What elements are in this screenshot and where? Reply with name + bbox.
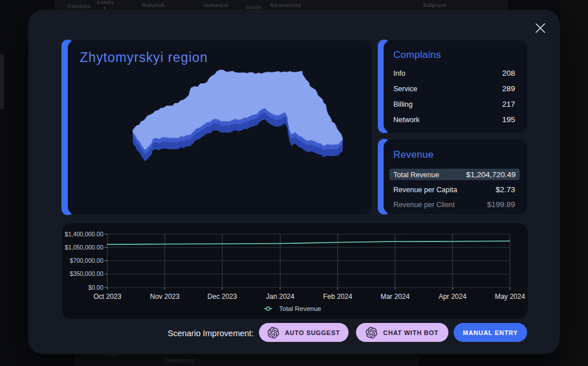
svg-text:$350,000.00: $350,000.00 <box>70 270 104 277</box>
svg-text:$1,050,000.00: $1,050,000.00 <box>65 244 103 251</box>
svg-text:Jan 2024: Jan 2024 <box>266 293 295 301</box>
svg-text:Feb 2024: Feb 2024 <box>323 293 353 301</box>
svg-text:Oct 2023: Oct 2023 <box>94 293 122 301</box>
svg-text:Mar 2024: Mar 2024 <box>381 293 410 301</box>
svg-text:$1,400,000.00: $1,400,000.00 <box>65 231 103 237</box>
svg-text:$0.00: $0.00 <box>88 284 103 291</box>
svg-text:May 2024: May 2024 <box>495 293 525 301</box>
svg-text:Apr 2024: Apr 2024 <box>439 293 467 301</box>
svg-text:Dec 2023: Dec 2023 <box>207 293 237 301</box>
svg-text:Nov 2023: Nov 2023 <box>150 293 180 301</box>
svg-text:Total Revenue: Total Revenue <box>279 305 322 312</box>
svg-text:$700,000.00: $700,000.00 <box>70 257 104 264</box>
